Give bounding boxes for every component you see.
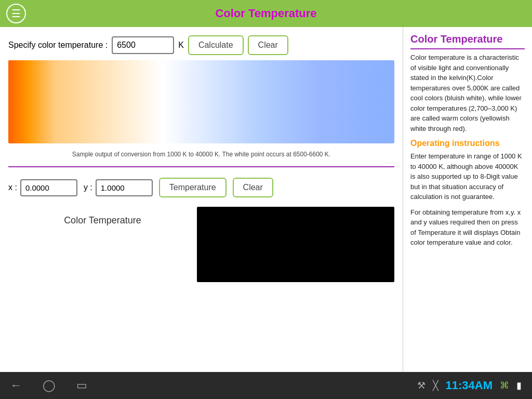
x-input[interactable] (20, 179, 77, 196)
divider (8, 166, 394, 167)
sidebar-title: Color Temperature (410, 33, 525, 49)
android-icon: ⚒ (417, 380, 425, 391)
usb-icon: ╳ (433, 380, 438, 391)
left-panel: Specify color temperature : K Calculate … (0, 27, 403, 372)
y-label: y : (84, 183, 92, 192)
battery-icon: ▮ (516, 380, 522, 391)
temperature-button[interactable]: Temperature (159, 178, 227, 197)
sidebar-description: Color temperature is a characteristic of… (410, 52, 525, 134)
y-group: y : (84, 179, 153, 196)
back-icon[interactable]: ← (10, 379, 22, 392)
home-icon[interactable]: ◯ (43, 379, 56, 392)
gradient-caption: Sample output of conversion from 1000 K … (8, 151, 394, 158)
xy-input-row: x : y : Temperature Clear (8, 178, 394, 197)
y-input[interactable] (96, 179, 153, 196)
right-panel: Color Temperature Color temperature is a… (403, 27, 532, 372)
top-clear-button[interactable]: Clear (248, 35, 288, 55)
x-group: x : (8, 179, 77, 196)
nav-right-status: ⚒ ╳ 11:34AM ⌘ ▮ (417, 379, 522, 392)
menu-button[interactable]: ☰ (6, 4, 26, 23)
recents-icon[interactable]: ▭ (76, 379, 87, 392)
xy-instructions-text: For obtaining temperature from x,y. x an… (410, 207, 525, 248)
nav-left-buttons: ← ◯ ▭ (10, 379, 87, 392)
clock: 11:34AM (446, 379, 493, 392)
app-title: Color Temperature (215, 7, 316, 20)
top-bar: ☰ Color Temperature (0, 0, 532, 27)
temperature-input-row: Specify color temperature : K Calculate … (8, 35, 394, 55)
color-display-box (197, 207, 394, 282)
operating-text: Enter temperature in range of 1000 K to … (410, 151, 525, 202)
wifi-icon: ⌘ (500, 380, 509, 391)
menu-icon: ☰ (11, 8, 21, 19)
color-temperature-label: Color Temperature (64, 215, 141, 226)
temperature-label: Specify color temperature : (8, 41, 108, 50)
temperature-input[interactable] (112, 36, 174, 54)
bottom-area: Color Temperature (8, 207, 394, 372)
color-temperature-label-area: Color Temperature (8, 207, 197, 234)
nav-bar: ← ◯ ▭ ⚒ ╳ 11:34AM ⌘ ▮ (0, 372, 532, 399)
calculate-button[interactable]: Calculate (188, 35, 244, 55)
main-content: Specify color temperature : K Calculate … (0, 27, 532, 372)
x-label: x : (8, 183, 17, 192)
color-gradient-bar (8, 60, 394, 143)
kelvin-unit: K (178, 41, 184, 50)
xy-clear-button[interactable]: Clear (233, 178, 273, 197)
operating-instructions-title: Operating instructions (410, 139, 525, 148)
